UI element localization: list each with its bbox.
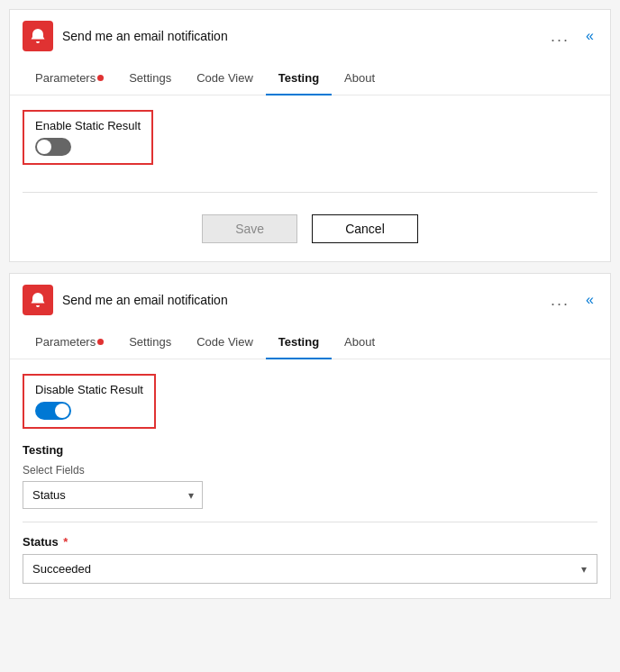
card-1-more-button[interactable]: ...: [547, 26, 573, 46]
card-2-toggle[interactable]: [35, 402, 71, 420]
bell-icon-2: [29, 291, 47, 309]
select-fields-wrapper: Status Body Subject To ▾: [23, 481, 203, 509]
card-1-tabs: Parameters Settings Code View Testing Ab…: [10, 62, 610, 95]
card-1-header-actions: ... «: [547, 26, 597, 46]
tab-card1-about[interactable]: About: [332, 62, 388, 95]
tab-card1-parameters[interactable]: Parameters: [23, 62, 116, 95]
card-2-toggle-thumb: [55, 404, 69, 418]
tab-parameters-label: Parameters: [35, 71, 96, 85]
status-label: Status *: [23, 535, 597, 549]
tab-about-label: About: [344, 71, 375, 85]
tab2-settings-label: Settings: [129, 335, 171, 349]
tab-card2-parameters[interactable]: Parameters: [23, 326, 116, 359]
tab2-dot-parameters: [97, 339, 104, 345]
card-1-divider: [23, 192, 597, 193]
tab-card1-settings[interactable]: Settings: [116, 62, 184, 95]
card-2-title: Send me an email notification: [62, 293, 547, 307]
tab-settings-label: Settings: [129, 71, 171, 85]
tab-card2-about[interactable]: About: [332, 326, 388, 359]
card-1-actions: Save Cancel: [23, 205, 597, 247]
card-2-header-actions: ... «: [547, 290, 597, 310]
card-2-collapse-button[interactable]: «: [582, 290, 597, 310]
tab-testing-label: Testing: [278, 71, 319, 85]
card-2-toggle-label: Disable Static Result: [35, 383, 143, 396]
select-fields-dropdown[interactable]: Status Body Subject To: [23, 481, 203, 509]
tab2-testing-label: Testing: [278, 335, 319, 349]
tab-card2-testing[interactable]: Testing: [266, 326, 332, 359]
card-1-toggle-thumb: [37, 140, 51, 154]
bell-icon: [29, 27, 47, 45]
testing-section-title: Testing: [23, 443, 597, 457]
tab-card2-settings[interactable]: Settings: [116, 326, 184, 359]
card-1-header: Send me an email notification ... «: [10, 10, 610, 62]
tab2-parameters-label: Parameters: [35, 335, 96, 349]
card-1-cancel-button[interactable]: Cancel: [312, 214, 418, 243]
tab-card1-codeview[interactable]: Code View: [184, 62, 266, 95]
card-1-title: Send me an email notification: [62, 29, 547, 43]
card-2-header: Send me an email notification ... «: [10, 274, 610, 326]
tab2-codeview-label: Code View: [196, 335, 253, 349]
tab-codeview-label: Code View: [196, 71, 253, 85]
card-2-body: Disable Static Result Testing Select Fie…: [10, 359, 610, 598]
card-1-icon: [23, 21, 53, 51]
tab-card1-testing[interactable]: Testing: [266, 62, 332, 95]
required-star: *: [60, 535, 68, 549]
status-section: Status * Succeeded Failed TimedOut Skipp…: [23, 535, 597, 584]
card-1-toggle-label: Enable Static Result: [35, 119, 141, 132]
card-2: Send me an email notification ... « Para…: [9, 273, 611, 599]
card-1-save-button[interactable]: Save: [202, 214, 297, 243]
card-2-icon: [23, 285, 53, 315]
card-2-more-button[interactable]: ...: [547, 290, 573, 310]
card-2-toggle-section: Disable Static Result: [23, 374, 156, 429]
card-1-toggle-section: Enable Static Result: [23, 110, 153, 165]
select-fields-label: Select Fields: [23, 464, 597, 477]
tab-card2-codeview[interactable]: Code View: [184, 326, 266, 359]
card-2-tabs: Parameters Settings Code View Testing Ab…: [10, 326, 610, 359]
status-select-wrapper: Succeeded Failed TimedOut Skipped ▾: [23, 554, 597, 584]
card-1: Send me an email notification ... « Para…: [9, 9, 611, 262]
card-2-divider: [23, 522, 597, 522]
tab-dot-parameters: [97, 75, 104, 81]
status-dropdown[interactable]: Succeeded Failed TimedOut Skipped: [23, 554, 597, 584]
tab2-about-label: About: [344, 335, 375, 349]
card-1-collapse-button[interactable]: «: [582, 26, 597, 46]
card-1-body: Enable Static Result Save Cancel: [10, 95, 610, 261]
card-1-toggle[interactable]: [35, 138, 71, 156]
